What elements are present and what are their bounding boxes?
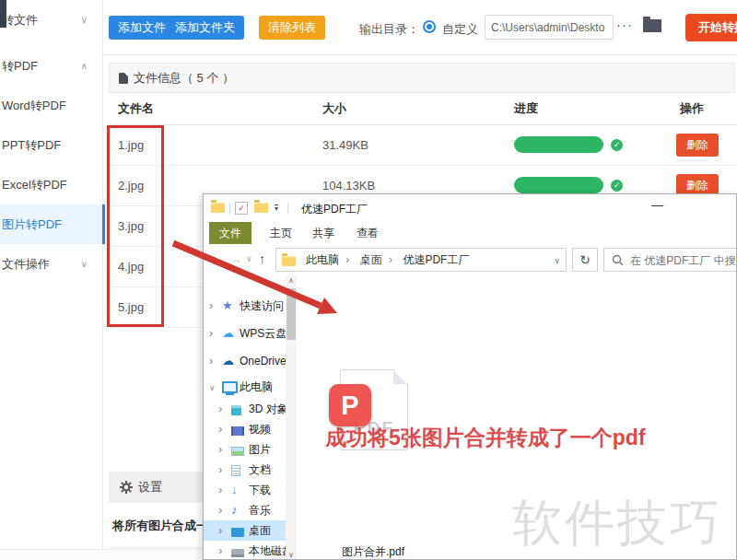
breadcrumb-separator-icon: ›: [345, 253, 349, 266]
menu-share[interactable]: 共享: [312, 222, 334, 244]
scroll-down-icon[interactable]: ∨: [286, 550, 297, 560]
folder-icon: [254, 203, 268, 213]
nav-item-pictures[interactable]: ›图片: [204, 439, 286, 460]
expand-chevron-icon[interactable]: ›: [218, 541, 222, 560]
history-chevron-icon[interactable]: ∨: [246, 254, 252, 263]
nav-item-star[interactable]: ›★快速访问: [204, 296, 286, 316]
custom-output-label[interactable]: 自定义: [442, 21, 478, 38]
sidebar-item-label: Word转PDF: [0, 99, 66, 112]
forward-icon[interactable]: →: [229, 251, 242, 266]
expand-chevron-icon[interactable]: ›: [218, 460, 222, 480]
sidebar-item-4[interactable]: PPT转PDF: [0, 125, 102, 165]
scroll-up-icon[interactable]: ∧: [286, 275, 297, 286]
sidebar-item-3[interactable]: Word转PDF: [0, 86, 102, 125]
scroll-thumb[interactable]: [287, 288, 296, 340]
breadcrumb-this-pc[interactable]: 此电脑: [306, 253, 339, 266]
done-check-icon: ✓: [611, 180, 623, 192]
refresh-icon: ↻: [579, 252, 591, 267]
nav-item-label: 3D 对象: [249, 399, 288, 419]
nav-item-videos[interactable]: ›视频: [204, 419, 286, 439]
nav-item-computer[interactable]: ∨此电脑: [204, 377, 286, 397]
table-row: 1.jpg31.49KB✓删除: [109, 125, 737, 166]
nav-item-label: 快速访问: [240, 296, 284, 316]
open-folder-icon[interactable]: [643, 19, 661, 32]
nav-item-label: 文档: [249, 460, 271, 480]
chevron-down-icon: ∨: [81, 0, 88, 40]
quick-access-toolbar-chevron-icon[interactable]: ▾: [275, 204, 278, 213]
page-fold: [393, 370, 407, 384]
expand-chevron-icon[interactable]: ›: [218, 399, 222, 419]
browse-more-button[interactable]: ···: [616, 17, 633, 32]
merge-option-text: 将所有图片合成一: [112, 519, 208, 532]
sidebar-item-label: PPT转PDF: [0, 138, 61, 152]
collapse-chevron-icon[interactable]: ∨: [209, 378, 216, 398]
address-bar[interactable]: 此电脑 › 桌面 › 优速PDF工厂 ∨: [275, 248, 567, 272]
wps-cloud-icon: ☁: [222, 323, 234, 344]
explorer-menubar: 文件 主页 共享 查看: [204, 222, 736, 245]
scrollbar[interactable]: ∧ ∨: [286, 275, 297, 560]
expand-chevron-icon[interactable]: ›: [209, 296, 213, 316]
header-action: 操作: [680, 93, 704, 124]
sidebar-item-1[interactable]: 转文件∨: [0, 0, 102, 40]
nav-item-wps-cloud[interactable]: ›☁WPS云盘: [204, 323, 286, 344]
breadcrumb-folder[interactable]: 优速PDF工厂: [403, 253, 469, 266]
back-icon[interactable]: ←: [211, 251, 224, 266]
add-folder-button[interactable]: 添加文件夹: [166, 16, 244, 40]
clear-list-button[interactable]: 清除列表: [259, 16, 325, 40]
sidebar-item-label: 转PDF: [0, 59, 38, 73]
nav-item-3d-objects[interactable]: ›3D 对象: [204, 399, 286, 419]
output-dir-label: 输出目录：: [359, 21, 419, 38]
expand-chevron-icon[interactable]: ›: [218, 439, 222, 460]
sidebar-item-2[interactable]: 转PDF∧: [0, 46, 102, 86]
delete-button[interactable]: 删除: [676, 134, 719, 157]
folder-icon: [211, 203, 225, 213]
menu-home[interactable]: 主页: [270, 222, 292, 244]
nav-item-documents[interactable]: ›文档: [204, 460, 286, 480]
breadcrumb-separator-icon: ›: [389, 253, 392, 266]
nav-item-local-disk[interactable]: ›本地磁盘: [204, 541, 286, 560]
custom-output-radio[interactable]: [423, 20, 436, 33]
chevron-up-icon: ∧: [81, 46, 88, 86]
up-icon[interactable]: ↑: [259, 251, 265, 266]
search-input[interactable]: [628, 249, 737, 273]
breadcrumb-desktop[interactable]: 桌面: [360, 253, 382, 266]
nav-item-label: WPS云盘: [240, 323, 287, 344]
checkbox-icon[interactable]: ✓: [235, 202, 248, 215]
file-count: （ 5 个 ）: [181, 71, 234, 85]
output-path-input[interactable]: [485, 15, 614, 40]
nav-item-downloads[interactable]: ›↓下载: [204, 480, 286, 500]
menu-view[interactable]: 查看: [357, 222, 379, 244]
expand-chevron-icon[interactable]: ›: [209, 351, 213, 371]
explorer-titlebar[interactable]: | ✓ ▾ | 优速PDF工厂 —: [204, 194, 736, 222]
header-progress: 进度: [514, 93, 538, 124]
expand-chevron-icon[interactable]: ›: [218, 500, 222, 520]
expand-chevron-icon[interactable]: ›: [218, 520, 222, 541]
nav-item-music[interactable]: ›♪音乐: [204, 500, 286, 520]
refresh-button[interactable]: ↻: [572, 248, 598, 272]
start-convert-button[interactable]: 开始转换: [685, 14, 737, 41]
expand-chevron-icon[interactable]: ›: [218, 419, 222, 439]
nav-item-label: OneDrive: [240, 351, 287, 371]
expand-chevron-icon[interactable]: ›: [209, 323, 213, 344]
expand-chevron-icon[interactable]: ›: [218, 480, 222, 500]
done-check-icon: ✓: [611, 139, 623, 151]
sidebar-item-6[interactable]: 图片转PDF: [0, 204, 105, 244]
search-box[interactable]: [603, 248, 737, 272]
app-logo-icon: P: [329, 384, 371, 426]
menu-file[interactable]: 文件: [209, 222, 252, 244]
sidebar-item-label: Excel转PDF: [0, 178, 67, 192]
nav-item-onedrive-cloud[interactable]: ›☁OneDrive: [204, 351, 286, 371]
sidebar-item-5[interactable]: Excel转PDF: [0, 165, 102, 204]
address-chevron-icon[interactable]: ∨: [554, 256, 560, 265]
chevron-down-icon: ∨: [81, 244, 88, 284]
table-header: 文件名 大小 进度 操作: [109, 93, 737, 125]
cell-size: 31.49KB: [322, 125, 368, 165]
minimize-button[interactable]: —: [651, 198, 663, 212]
watermark: 软件技巧: [512, 490, 722, 557]
nav-item-label: 下载: [249, 480, 271, 500]
computer-icon: [222, 379, 238, 400]
window-title: 优速PDF工厂: [301, 202, 368, 217]
sidebar-item-7[interactable]: 文件操作∨: [0, 244, 102, 284]
nav-item-desktop[interactable]: ›桌面: [204, 520, 286, 541]
onedrive-cloud-icon: ☁: [222, 351, 234, 371]
